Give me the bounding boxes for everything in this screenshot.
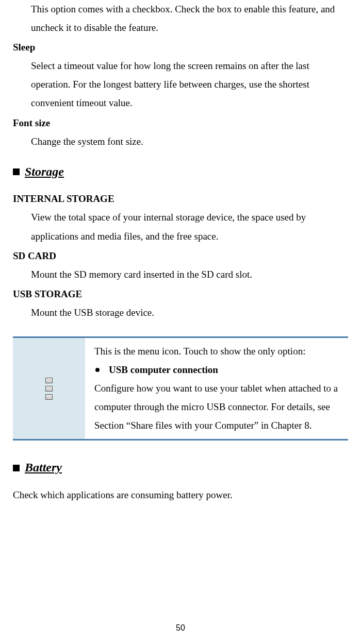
info-callout-box: This is the menu icon. Touch to show the… <box>13 336 348 440</box>
menu-icon <box>45 378 53 400</box>
square-bullet-icon <box>13 465 20 471</box>
square-bullet-icon <box>13 168 20 175</box>
page-number: 50 <box>0 620 361 636</box>
battery-title: Battery <box>25 456 62 480</box>
battery-description: Check which applications are consuming b… <box>13 486 348 504</box>
sd-card-heading: SD CARD <box>13 247 348 265</box>
info-box-icon-cell <box>13 338 85 439</box>
usb-connection-label: USB computer connection <box>109 361 218 379</box>
storage-section-heading: Storage <box>13 160 348 184</box>
bullet-dot-icon <box>95 368 100 372</box>
sd-card-description: Mount the SD memory card inserted in the… <box>13 265 348 284</box>
usb-connection-description: Configure how you want to use your table… <box>94 379 341 435</box>
internal-storage-heading: INTERNAL STORAGE <box>13 190 348 208</box>
sleep-heading: Sleep <box>13 38 348 57</box>
usb-storage-description: Mount the USB storage device. <box>13 303 348 322</box>
info-bullet-row: USB computer connection <box>94 361 341 379</box>
info-intro-text: This is the menu icon. Touch to show the… <box>94 342 341 361</box>
usb-storage-heading: USB STORAGE <box>13 285 348 303</box>
storage-title: Storage <box>25 160 64 184</box>
menu-icon-bar <box>45 378 53 383</box>
menu-icon-bar <box>45 394 53 400</box>
checkbox-option-description: This option comes with a checkbox. Check… <box>13 0 348 37</box>
battery-section-heading: Battery <box>13 456 348 480</box>
sleep-description: Select a timeout value for how long the … <box>13 57 348 112</box>
font-size-heading: Font size <box>13 114 348 132</box>
menu-icon-bar <box>45 386 53 392</box>
internal-storage-description: View the total space of your internal st… <box>13 208 348 245</box>
font-size-description: Change the system font size. <box>13 132 348 151</box>
info-box-content: This is the menu icon. Touch to show the… <box>85 338 348 439</box>
